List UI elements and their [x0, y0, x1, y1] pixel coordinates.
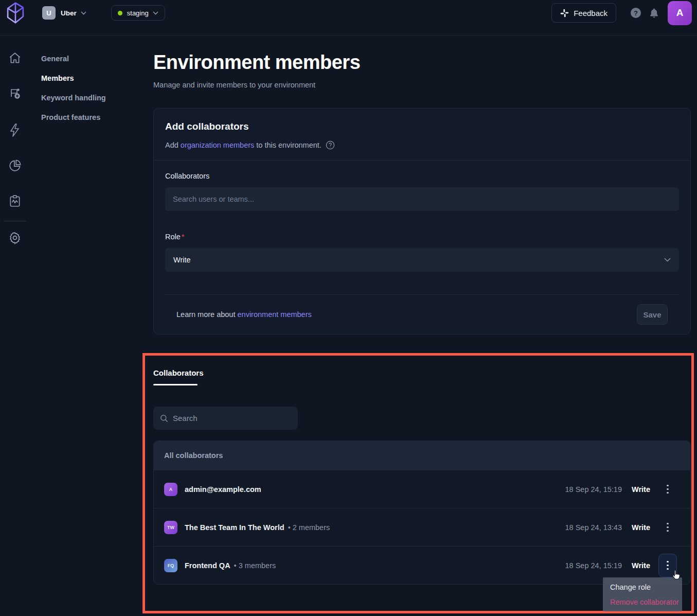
row-actions-button[interactable]: [658, 516, 677, 539]
collaborator-name: The Best Team In The World: [185, 523, 284, 532]
search-input[interactable]: [173, 414, 286, 423]
collaborators-field-label: Collaborators: [165, 172, 679, 180]
role-select-value: Write: [173, 256, 191, 264]
org-name: Uber: [61, 9, 77, 17]
user-avatar-initial: A: [676, 7, 684, 19]
org-badge: U: [42, 6, 56, 20]
nav-item-members[interactable]: Members: [41, 68, 129, 88]
added-date: 18 Sep 24, 15:19: [565, 485, 622, 494]
collaborator-name: admin@example.com: [185, 485, 261, 494]
menu-item-change-role[interactable]: Change role: [603, 579, 682, 594]
nav-item-keyword-handling[interactable]: Keyword handling: [41, 88, 129, 108]
nav-item-label: Product features: [41, 113, 100, 121]
page-title: Environment members: [153, 51, 691, 74]
card-body: Collaborators Role* Write Learn: [154, 161, 690, 334]
desc-prefix: Add: [165, 141, 181, 149]
desc-suffix: to this environment.: [254, 141, 321, 149]
row-meta: 18 Sep 24, 13:43 Write: [565, 516, 677, 539]
lightning-icon[interactable]: [0, 123, 30, 137]
tab-active-underline: [153, 384, 198, 385]
question-mark-glyph: ?: [634, 9, 638, 17]
required-asterisk: *: [182, 233, 185, 241]
gear-icon[interactable]: [0, 231, 30, 244]
flag-add-icon[interactable]: [0, 86, 30, 101]
role-value: Write: [632, 523, 650, 532]
page-subtitle: Manage and invite members to your enviro…: [153, 81, 691, 89]
avatar-initials: FQ: [168, 563, 174, 568]
help-button[interactable]: ?: [631, 8, 641, 18]
table-row[interactable]: A admin@example.com 18 Sep 24, 15:19 Wri…: [154, 470, 690, 508]
added-date: 18 Sep 24, 13:43: [565, 523, 622, 532]
row-actions-button-open[interactable]: [658, 554, 677, 577]
collaborators-section: Collaborators All collaborators A admin@…: [153, 353, 691, 585]
environment-switcher[interactable]: staging: [111, 5, 165, 21]
avatar: A: [164, 483, 177, 496]
nav-item-product-features[interactable]: Product features: [41, 108, 129, 127]
organization-members-link[interactable]: organization members: [181, 141, 254, 149]
app-logo-icon[interactable]: [4, 1, 27, 25]
collaborators-search-input[interactable]: [165, 187, 679, 211]
role-label-text: Role: [165, 233, 181, 241]
row-actions-button[interactable]: [658, 478, 677, 501]
kebab-menu-icon: [667, 522, 669, 533]
save-button[interactable]: Save: [637, 304, 668, 325]
nav-item-label: Members: [41, 74, 74, 82]
env-status-dot-icon: [118, 11, 122, 15]
footer-prefix: Learn more about: [176, 310, 238, 319]
env-name: staging: [127, 9, 149, 17]
environment-members-link[interactable]: environment members: [238, 310, 312, 319]
collaborators-search[interactable]: [153, 407, 298, 430]
added-date: 18 Sep 24, 15:19: [565, 561, 622, 570]
collaborator-name: Frontend QA: [185, 561, 230, 570]
role-value: Write: [632, 561, 650, 570]
sidebar-divider: [4, 221, 26, 221]
user-avatar[interactable]: A: [668, 1, 692, 25]
report-icon[interactable]: [0, 195, 30, 208]
help-tooltip-icon[interactable]: [326, 140, 335, 150]
menu-item-remove-collaborator[interactable]: Remove collaborator: [603, 594, 682, 609]
pie-chart-icon[interactable]: [0, 159, 30, 172]
avatar: FQ: [164, 559, 177, 572]
home-icon[interactable]: [0, 51, 30, 65]
tab-collaborators[interactable]: Collaborators: [153, 368, 204, 385]
card-title: Add collaborators: [165, 121, 679, 132]
card-description: Add organization members to this environ…: [165, 140, 679, 150]
row-meta: 18 Sep 24, 15:19 Write: [565, 478, 677, 501]
slack-icon: [560, 9, 569, 17]
row-actions-context-menu: Change role Remove collaborator: [603, 577, 682, 611]
org-switcher[interactable]: U Uber: [42, 6, 86, 20]
nav-item-label: Keyword handling: [41, 94, 106, 102]
chevron-down-icon: [81, 11, 86, 15]
app-root: U Uber staging: [0, 0, 697, 616]
table-row[interactable]: TW The Best Team In The World • 2 member…: [154, 508, 690, 546]
chevron-down-icon: [664, 258, 671, 262]
kebab-menu-icon: [667, 560, 669, 571]
role-field: Role* Write: [165, 233, 679, 272]
role-field-label: Role*: [165, 233, 679, 241]
role-value: Write: [632, 485, 650, 494]
main-content: Environment members Manage and invite me…: [153, 35, 691, 335]
card-header: Add collaborators Add organization membe…: [154, 109, 690, 161]
notifications-bell-icon[interactable]: [650, 8, 658, 18]
nav-item-label: General: [41, 55, 69, 63]
nav-item-general[interactable]: General: [41, 49, 129, 68]
topbar-actions: Feedback ? A: [551, 1, 697, 25]
kebab-menu-icon: [667, 484, 669, 495]
row-meta: 18 Sep 24, 15:19 Write: [565, 554, 677, 577]
table-header-row: All collaborators: [154, 441, 690, 470]
chevron-down-icon: [153, 11, 158, 15]
top-bar: U Uber staging: [0, 0, 697, 26]
role-select[interactable]: Write: [165, 248, 679, 272]
table-header-label: All collaborators: [164, 451, 223, 460]
collaborators-table: All collaborators A admin@example.com 18…: [153, 441, 691, 585]
settings-nav: General Members Keyword handling Product…: [41, 49, 129, 127]
footer-text: Learn more about environment members: [176, 310, 312, 319]
card-footer: Learn more about environment members Sav…: [165, 294, 679, 334]
avatar: TW: [164, 521, 177, 534]
add-collaborators-card: Add collaborators Add organization membe…: [153, 108, 691, 335]
member-count: • 3 members: [234, 561, 276, 570]
search-icon: [160, 414, 168, 423]
avatar-initials: TW: [167, 525, 174, 530]
avatar-initials: A: [169, 487, 173, 492]
feedback-button[interactable]: Feedback: [551, 3, 616, 23]
